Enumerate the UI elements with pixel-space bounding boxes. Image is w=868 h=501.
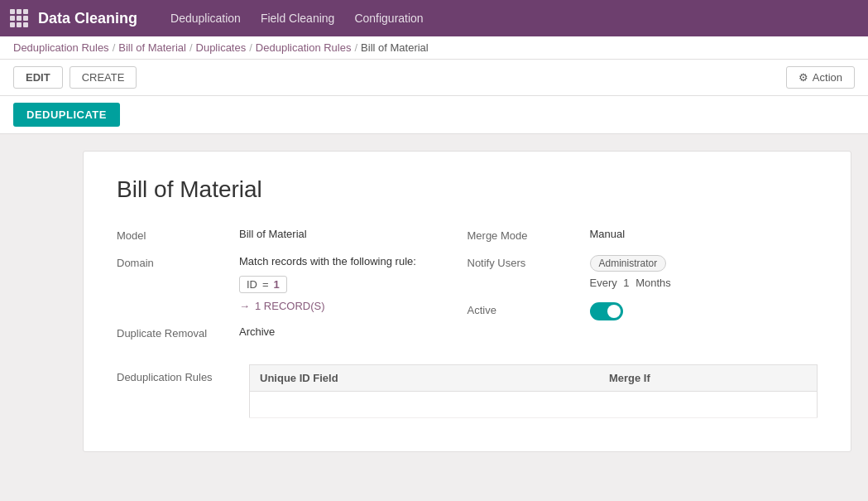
notify-every-label: Every [590, 277, 617, 289]
dedup-rules-section: Deduplication Rules Unique ID Field Merg… [117, 364, 818, 418]
edit-button[interactable]: EDIT [13, 66, 63, 89]
arrow-right-icon: → [239, 300, 250, 312]
topbar: Data Cleaning Deduplication Field Cleani… [0, 0, 868, 36]
breadcrumb-deduplication-rules[interactable]: Deduplication Rules [13, 41, 109, 54]
domain-field-row: Domain Match records with the following … [117, 255, 468, 312]
action-button[interactable]: ⚙ Action [786, 66, 855, 89]
notify-users-row: Notify Users Administrator Every 1 Month… [468, 255, 818, 289]
duplicate-removal-row: Duplicate Removal Archive [117, 325, 468, 340]
notify-number: 1 [623, 277, 629, 289]
domain-field-name: ID [247, 278, 257, 291]
topbar-left: Data Cleaning [10, 9, 137, 27]
action-button-label: Action [813, 71, 842, 84]
breadcrumb-sep-4: / [354, 41, 357, 54]
active-row: Active [468, 302, 818, 320]
duplicate-removal-value: Archive [239, 325, 275, 338]
grid-menu-icon[interactable] [10, 9, 28, 27]
record-title: Bill of Material [117, 176, 818, 203]
fields-grid: Model Bill of Material Domain Match reco… [117, 228, 818, 340]
domain-filter: ID = 1 [239, 276, 287, 293]
active-toggle[interactable] [590, 302, 623, 320]
table-cell-empty-2 [599, 392, 818, 418]
merge-mode-value: Manual [590, 228, 626, 240]
notify-unit: Months [635, 277, 671, 289]
table-cell-empty-1 [250, 392, 599, 418]
breadcrumb-bill-of-material-1[interactable]: Bill of Material [118, 41, 186, 54]
notify-users-badge: Administrator [590, 255, 667, 272]
dedup-rules-label: Deduplication Rules [117, 364, 233, 383]
dedup-rules-table: Unique ID Field Merge If [249, 364, 818, 418]
breadcrumb-duplicates[interactable]: Duplicates [196, 41, 247, 54]
breadcrumb-bill-of-material-current: Bill of Material [361, 41, 429, 54]
action-bar: EDIT CREATE ⚙ Action [0, 60, 868, 96]
breadcrumb: Deduplication Rules / Bill of Material /… [0, 36, 868, 60]
nav-field-cleaning[interactable]: Field Cleaning [261, 8, 335, 28]
nav-deduplication[interactable]: Deduplication [170, 8, 241, 28]
deduplicate-bar: DEDUPLICATE [0, 96, 868, 134]
domain-label: Domain [117, 255, 233, 269]
breadcrumb-sep-3: / [249, 41, 252, 54]
notify-users-label: Notify Users [468, 255, 583, 269]
duplicate-removal-label: Duplicate Removal [117, 325, 233, 340]
domain-op: = [262, 278, 269, 291]
notify-every-container: Every 1 Months [590, 277, 671, 289]
breadcrumb-sep-2: / [189, 41, 193, 54]
domain-text: Match records with the following rule: [239, 255, 416, 267]
record-card: Bill of Material Model Bill of Material … [83, 151, 851, 452]
left-fields: Model Bill of Material Domain Match reco… [117, 228, 468, 340]
breadcrumb-deduplication-rules-2[interactable]: Deduplication Rules [256, 41, 352, 54]
main-content: Bill of Material Model Bill of Material … [0, 134, 868, 469]
nav-configuration[interactable]: Configuration [354, 8, 423, 28]
deduplicate-button[interactable]: DEDUPLICATE [13, 103, 120, 127]
merge-mode-label: Merge Mode [468, 228, 583, 242]
model-field-row: Model Bill of Material [117, 228, 468, 242]
app-title: Data Cleaning [38, 10, 137, 27]
notify-users-container: Administrator Every 1 Months [590, 255, 671, 289]
active-label: Active [468, 302, 583, 316]
create-button[interactable]: CREATE [70, 66, 137, 89]
records-link-label: 1 RECORD(S) [255, 300, 325, 312]
breadcrumb-sep-1: / [113, 41, 116, 54]
model-label: Model [117, 228, 233, 242]
domain-value-container: Match records with the following rule: I… [239, 255, 416, 312]
merge-mode-row: Merge Mode Manual [468, 228, 818, 242]
table-row [250, 392, 818, 418]
domain-val: 1 [274, 278, 280, 291]
table-col-merge-if: Merge If [599, 365, 818, 392]
topbar-nav: Deduplication Field Cleaning Configurati… [170, 8, 424, 28]
table-col-unique-id: Unique ID Field [250, 365, 599, 392]
records-link[interactable]: → 1 RECORD(S) [239, 300, 416, 312]
model-value: Bill of Material [239, 228, 307, 240]
gear-icon: ⚙ [798, 71, 808, 84]
right-fields: Merge Mode Manual Notify Users Administr… [468, 228, 818, 340]
